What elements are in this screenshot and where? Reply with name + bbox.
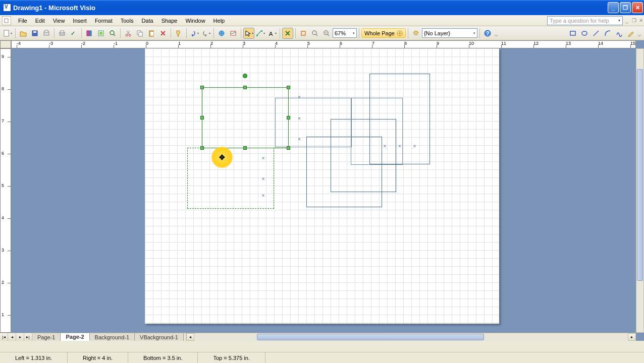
print-preview-button[interactable] (41, 28, 52, 39)
tab-nav-first[interactable]: |◂ (0, 333, 8, 341)
new-button[interactable] (2, 28, 13, 39)
page-tab-4[interactable]: VBackground-1 (135, 333, 184, 341)
connection-point-icon: × (298, 136, 301, 142)
page-tab-1[interactable]: Page-1 (32, 333, 61, 341)
arc-tool-button[interactable] (602, 28, 613, 39)
drawing-canvas[interactable]: × × × × × × × × (11, 48, 636, 333)
vertical-ruler[interactable]: 9876543210 (0, 48, 11, 333)
maximize-button[interactable]: ❐ (620, 2, 631, 13)
drawing-toolbar-options[interactable] (637, 28, 642, 39)
redo-button[interactable] (200, 28, 211, 39)
toolbar-options-button[interactable] (494, 28, 499, 39)
shapes-window-button[interactable] (95, 28, 106, 39)
whole-page-button[interactable]: Whole Page (361, 28, 406, 38)
minimize-button[interactable]: _ (608, 2, 619, 13)
tab-nav-next[interactable]: ▸ (16, 333, 24, 341)
help-button[interactable]: ? (482, 28, 493, 39)
text-tool-button[interactable]: A (266, 28, 278, 39)
help-search-box[interactable]: Type a question for help (547, 16, 623, 25)
ellipse-tool-button[interactable] (579, 28, 590, 39)
resize-handle-nw[interactable] (200, 86, 204, 89)
svg-rect-7 (61, 31, 64, 33)
menu-shape[interactable]: Shape (157, 17, 182, 25)
line-tool-button[interactable] (591, 28, 602, 39)
connection-point-icon: × (398, 143, 401, 149)
resize-handle-se[interactable] (287, 146, 290, 150)
svg-rect-5 (45, 30, 48, 32)
svg-rect-0 (5, 19, 8, 23)
rectangle-tool-button[interactable] (567, 28, 578, 39)
vertical-scrollbar[interactable] (636, 48, 644, 333)
resize-handle-ne[interactable] (287, 86, 290, 89)
pointer-tool-button[interactable] (243, 28, 254, 39)
svg-text:A: A (269, 31, 273, 37)
crop-button[interactable] (298, 28, 309, 39)
find-button[interactable] (107, 28, 118, 39)
menu-format[interactable]: Format (91, 17, 117, 25)
pencil-tool-button[interactable] (625, 28, 636, 39)
svg-rect-23 (256, 35, 258, 36)
resize-handle-n[interactable] (243, 86, 247, 89)
freeform-tool-button[interactable] (614, 28, 625, 39)
menu-tools[interactable]: Tools (117, 17, 138, 25)
insert-picture-button[interactable] (228, 28, 239, 39)
undo-button[interactable] (189, 28, 200, 39)
help-placeholder: Type a question for help (550, 18, 609, 24)
resize-handle-e[interactable] (287, 116, 290, 119)
close-button[interactable]: ✕ (632, 2, 643, 13)
rotation-handle[interactable] (243, 74, 247, 78)
connection-point-tool-button[interactable] (282, 28, 293, 39)
hscroll-thumb[interactable] (257, 334, 484, 340)
open-button[interactable] (18, 28, 29, 39)
menu-window[interactable]: Window (181, 17, 209, 25)
layer-value: {No Layer} (424, 30, 450, 36)
zoom-combo[interactable]: 67% (333, 28, 357, 38)
menu-data[interactable]: Data (137, 17, 157, 25)
status-bottom: Bottom = 3.5 in. (128, 352, 198, 363)
hscroll-left-button[interactable]: ◂ (186, 333, 194, 341)
hscroll-right-button[interactable]: ▸ (628, 333, 636, 341)
drawing-page[interactable]: × × × × × × × × (145, 48, 499, 324)
svg-rect-1 (4, 30, 9, 36)
resize-handle-w[interactable] (200, 116, 204, 119)
menu-insert[interactable]: Insert (69, 17, 91, 25)
zoom-out-button[interactable] (321, 28, 332, 39)
svg-rect-3 (33, 31, 36, 33)
menu-view[interactable]: View (49, 17, 69, 25)
svg-rect-10 (89, 31, 91, 36)
delete-button[interactable] (157, 28, 169, 39)
horizontal-ruler[interactable]: -4-3-2-10123456789101112131415 (11, 40, 636, 48)
connection-point-icon: × (298, 94, 301, 99)
print-button[interactable] (57, 28, 68, 39)
tab-nav-last[interactable]: ▸| (24, 333, 32, 341)
page-tab-3[interactable]: Background-1 (90, 333, 135, 341)
standard-toolbar: ✓ A 67% Whole Page {No Layer} ? (0, 26, 644, 40)
doc-restore-button[interactable]: ❐ (631, 18, 637, 24)
tab-nav-prev[interactable]: ◂ (8, 333, 16, 341)
selected-shape[interactable]: × × × (202, 87, 289, 148)
copy-button[interactable] (134, 28, 145, 39)
format-painter-button[interactable] (173, 28, 184, 39)
vscroll-thumb[interactable] (637, 69, 643, 281)
menu-help[interactable]: Help (209, 17, 229, 25)
paste-button[interactable] (146, 28, 157, 39)
menu-file[interactable]: File (14, 17, 31, 25)
connector-tool-button[interactable] (255, 28, 266, 39)
svg-rect-20 (150, 32, 153, 36)
document-sys-icon[interactable] (2, 16, 11, 25)
page-tab-2[interactable]: Page-2 (61, 333, 89, 341)
doc-minimize-button[interactable]: _ (624, 18, 630, 24)
zoom-button[interactable] (309, 28, 320, 39)
svg-line-28 (316, 34, 317, 36)
layer-combo[interactable]: {No Layer} (422, 28, 477, 38)
spelling-button[interactable]: ✓ (68, 28, 79, 39)
save-button[interactable] (29, 28, 40, 39)
research-button[interactable] (84, 28, 95, 39)
layer-properties-button[interactable] (410, 28, 421, 39)
horizontal-scrollbar[interactable]: ◂ ▸ (186, 333, 636, 341)
shape-rect-right[interactable]: × × × (369, 74, 430, 164)
insert-hyperlink-button[interactable] (216, 28, 227, 39)
doc-close-button[interactable]: ✕ (638, 18, 644, 24)
menu-edit[interactable]: Edit (31, 17, 49, 25)
cut-button[interactable] (123, 28, 134, 39)
